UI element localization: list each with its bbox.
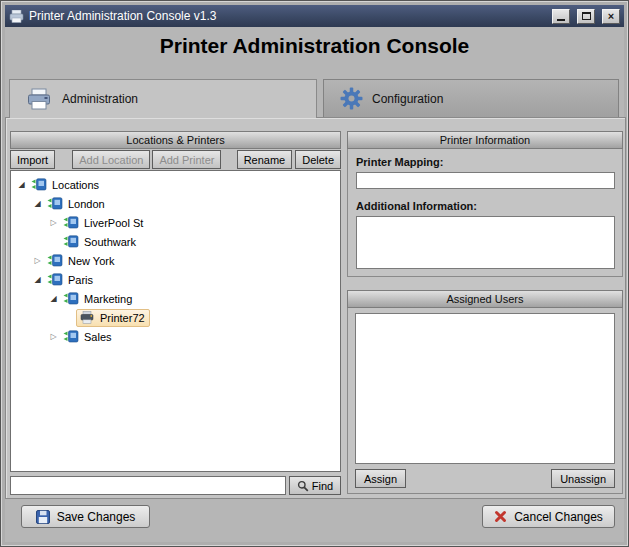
close-icon: × xyxy=(608,11,614,22)
find-input[interactable] xyxy=(10,476,286,495)
find-button-label: Find xyxy=(312,480,333,492)
printer-icon xyxy=(79,311,96,325)
location-icon xyxy=(47,254,64,268)
tree-item-content: Marketing xyxy=(60,290,137,308)
assigned-users-list[interactable] xyxy=(355,313,615,464)
printer-mapping-input[interactable] xyxy=(356,172,615,189)
tree-item-label: Sales xyxy=(84,331,112,343)
collapse-icon[interactable]: ◢ xyxy=(15,175,28,194)
tree-item-paris[interactable]: ◢Paris xyxy=(11,270,340,289)
tree-item-content: Locations xyxy=(28,176,104,194)
magnifier-icon xyxy=(297,480,309,492)
location-icon xyxy=(63,216,80,230)
configuration-gear-icon xyxy=(340,87,363,110)
tree-item-liverpool-st[interactable]: ▷LiverPool St xyxy=(11,213,340,232)
tree-item-label: Southwark xyxy=(84,236,136,248)
tree-item-label: LiverPool St xyxy=(84,217,143,229)
expand-icon[interactable]: ▷ xyxy=(31,251,44,270)
cancel-changes-button[interactable]: Cancel Changes xyxy=(482,505,615,528)
toolbar-button-rename[interactable]: Rename xyxy=(237,150,293,169)
close-button[interactable]: × xyxy=(602,9,620,24)
toolbar-button-add-location[interactable]: Add Location xyxy=(72,150,150,169)
collapse-icon[interactable]: ◢ xyxy=(31,194,44,213)
printer-mapping-label: Printer Mapping: xyxy=(356,156,443,168)
tree-item-content: New York xyxy=(44,252,119,270)
tab-configuration-label: Configuration xyxy=(372,92,443,106)
toolbar-button-import[interactable]: Import xyxy=(10,150,55,169)
tree-item-content: Southwark xyxy=(60,233,141,251)
tree-item-content: Paris xyxy=(44,271,98,289)
tree-item-sales[interactable]: ▷Sales xyxy=(11,327,340,346)
cancel-x-icon xyxy=(494,510,507,523)
cancel-changes-label: Cancel Changes xyxy=(514,510,603,524)
save-changes-button[interactable]: Save Changes xyxy=(21,505,150,528)
assign-button[interactable]: Assign xyxy=(355,469,406,488)
tree-item-content: Printer72 xyxy=(76,309,150,327)
location-icon xyxy=(31,178,48,192)
minimize-button[interactable] xyxy=(552,9,570,24)
assigned-users-panel: Assigned Users Assign Unassign xyxy=(347,290,623,494)
tab-configuration[interactable]: Configuration xyxy=(323,79,619,117)
save-floppy-icon xyxy=(36,510,50,524)
find-row: Find xyxy=(10,476,341,495)
main-content: Locations & Printers ImportAdd LocationA… xyxy=(5,117,626,499)
save-changes-label: Save Changes xyxy=(57,510,136,524)
tab-administration-label: Administration xyxy=(62,92,138,106)
expand-icon[interactable]: ▷ xyxy=(47,213,60,232)
window-title: Printer Administration Console v1.3 xyxy=(29,9,545,23)
titlebar: Printer Administration Console v1.3 × xyxy=(5,5,624,27)
tree-item-content: Sales xyxy=(60,328,117,346)
expand-icon[interactable]: ▷ xyxy=(47,327,60,346)
assigned-users-header: Assigned Users xyxy=(347,290,623,308)
locations-panel-header: Locations & Printers xyxy=(10,131,341,149)
tree-item-marketing[interactable]: ◢Marketing xyxy=(11,289,340,308)
app-printer-icon xyxy=(9,10,24,23)
location-icon xyxy=(63,330,80,344)
tree-item-label: Locations xyxy=(52,179,99,191)
tree-item-london[interactable]: ◢London xyxy=(11,194,340,213)
tree-item-label: Printer72 xyxy=(100,312,145,324)
collapse-icon[interactable]: ◢ xyxy=(31,270,44,289)
locations-toolbar: ImportAdd LocationAdd PrinterRenameDelet… xyxy=(10,149,341,170)
app-window: Printer Administration Console v1.3 × Pr… xyxy=(0,0,629,547)
location-icon xyxy=(63,235,80,249)
maximize-icon xyxy=(582,12,591,20)
tree-item-new-york[interactable]: ▷New York xyxy=(11,251,340,270)
tree-item-locations[interactable]: ◢Locations xyxy=(11,175,340,194)
tree-item-label: Marketing xyxy=(84,293,132,305)
tree-item-content: London xyxy=(44,195,110,213)
additional-information-textarea[interactable] xyxy=(356,216,615,269)
additional-information-label: Additional Information: xyxy=(356,200,477,212)
location-icon xyxy=(63,292,80,306)
locations-tree[interactable]: ◢Locations◢London▷LiverPool StSouthwark▷… xyxy=(10,170,341,472)
tree-item-label: Paris xyxy=(68,274,93,286)
find-button[interactable]: Find xyxy=(289,476,341,495)
page-title: Printer Administration Console xyxy=(1,34,628,58)
toolbar-button-delete[interactable]: Delete xyxy=(295,150,341,169)
collapse-icon[interactable]: ◢ xyxy=(47,289,60,308)
tree-item-label: New York xyxy=(68,255,114,267)
toolbar-button-add-printer[interactable]: Add Printer xyxy=(152,150,221,169)
location-icon xyxy=(47,197,64,211)
tree-item-southwark[interactable]: Southwark xyxy=(11,232,340,251)
tab-administration[interactable]: Administration xyxy=(9,79,317,118)
tree-item-label: London xyxy=(68,198,105,210)
tree-item-printer72[interactable]: Printer72 xyxy=(11,308,340,327)
location-icon xyxy=(47,273,64,287)
administration-printer-icon xyxy=(26,88,53,111)
tree-item-content: LiverPool St xyxy=(60,214,148,232)
printer-information-panel: Printer Information Printer Mapping: Add… xyxy=(347,131,623,277)
printer-information-header: Printer Information xyxy=(347,131,623,149)
maximize-button[interactable] xyxy=(577,9,595,24)
unassign-button[interactable]: Unassign xyxy=(551,469,615,488)
minimize-icon xyxy=(557,19,565,21)
